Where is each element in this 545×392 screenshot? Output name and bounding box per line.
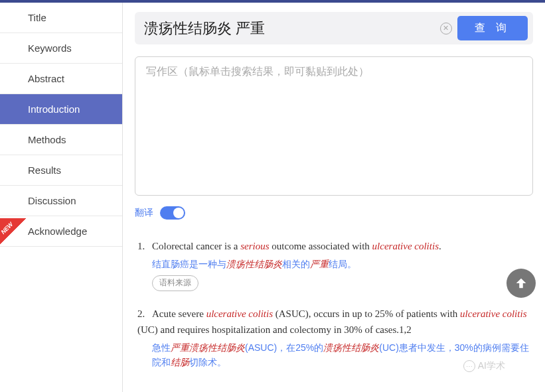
query-button[interactable]: 查 询 <box>457 16 528 40</box>
sidebar-item-methods[interactable]: Methods <box>0 125 122 155</box>
search-bar: ✕ 查 询 <box>135 12 533 44</box>
result-translation: 结直肠癌是一种与溃疡性结肠炎相关的严重结局。 <box>152 257 530 271</box>
sidebar-item-introduction[interactable]: Introduction <box>0 94 122 125</box>
result-number: 1. <box>137 238 152 254</box>
translate-label: 翻译 <box>135 207 153 219</box>
sidebar-item-keywords[interactable]: Keywords <box>0 33 122 64</box>
results-list: 1.Colorectal cancer is a serious outcome… <box>135 238 533 369</box>
sidebar-item-abstract[interactable]: Abstract <box>0 64 122 94</box>
arrow-up-icon <box>514 276 528 291</box>
clear-icon[interactable]: ✕ <box>440 23 452 34</box>
translate-toggle[interactable] <box>160 206 185 220</box>
sidebar: Title Keywords Abstract Introduction Met… <box>0 3 123 392</box>
wechat-icon: ⋯ <box>463 360 475 372</box>
scroll-top-button[interactable] <box>506 269 536 298</box>
search-input[interactable] <box>144 20 435 37</box>
new-badge: NEW <box>0 218 27 246</box>
write-area[interactable]: 写作区（鼠标单击搜索结果，即可黏贴到此处） <box>135 56 533 196</box>
main-panel: ✕ 查 询 写作区（鼠标单击搜索结果，即可黏贴到此处） 翻译 1.Colorec… <box>123 3 545 392</box>
source-button[interactable]: 语料来源 <box>152 275 198 291</box>
translate-row: 翻译 <box>135 206 533 220</box>
sidebar-item-results[interactable]: Results <box>0 155 122 186</box>
sidebar-item-title[interactable]: Title <box>0 3 122 33</box>
watermark: ⋯ AI学术 <box>463 360 505 372</box>
result-item[interactable]: 1.Colorectal cancer is a serious outcome… <box>137 238 530 291</box>
result-number: 2. <box>137 306 152 322</box>
sidebar-item-discussion[interactable]: Discussion <box>0 186 122 216</box>
